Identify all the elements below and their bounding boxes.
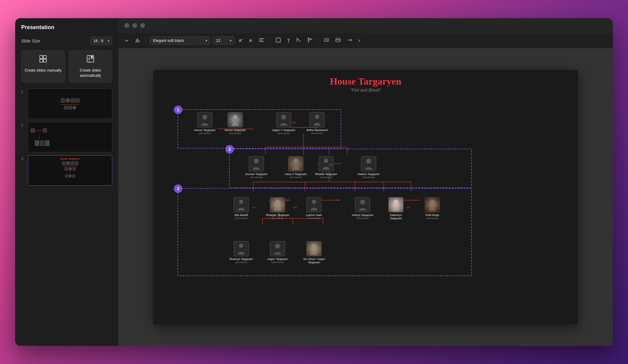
person-status-rhaegar: (deceased) bbox=[272, 217, 284, 220]
svg-point-52 bbox=[233, 115, 237, 119]
person-name-rhaegar: Rhaegar Targaryen bbox=[266, 214, 289, 217]
svg-rect-1 bbox=[43, 56, 46, 59]
person-status-viserys: (deceased) bbox=[356, 217, 369, 220]
layers-button[interactable] bbox=[322, 36, 331, 45]
slide-main-title: House Targaryen bbox=[275, 76, 457, 87]
person-name-duncan: Duncan Targaryen bbox=[245, 173, 267, 176]
svg-point-59 bbox=[239, 200, 243, 204]
person-status-aerys: (deceased) bbox=[290, 176, 302, 179]
window-maximize-btn[interactable] bbox=[140, 23, 145, 28]
person-avatar-aegon-child bbox=[270, 241, 285, 256]
slide-size-wrapper: 16 : 9 4 : 3 A4 bbox=[90, 37, 112, 45]
create-auto-button[interactable]: Create slides automatically bbox=[69, 50, 112, 83]
svg-rect-16 bbox=[325, 38, 329, 41]
svg-point-66 bbox=[275, 244, 280, 248]
person-aerys: Aerys II Targaryen (deceased) bbox=[284, 156, 308, 179]
person-avatar-daeron bbox=[361, 156, 376, 171]
sidebar: Presentation Slide Size 16 : 9 4 : 3 A4 bbox=[15, 18, 118, 346]
font-size-select[interactable]: 12 14 16 18 24 32 bbox=[213, 36, 235, 45]
svg-point-56 bbox=[294, 159, 298, 163]
cut-button[interactable]: ✂ bbox=[123, 37, 130, 44]
image-icon bbox=[335, 37, 341, 44]
create-manually-label: Create slides manually bbox=[25, 68, 61, 73]
slide-thumb-3[interactable]: House Targaryen bbox=[28, 155, 112, 186]
svg-marker-13 bbox=[308, 38, 312, 40]
person-avatar-lyanna bbox=[306, 197, 322, 212]
more-button[interactable]: › bbox=[356, 36, 362, 45]
person-status-aemon: (deceased) bbox=[199, 132, 211, 135]
align-right-button[interactable] bbox=[345, 36, 354, 45]
main-area: ✂ Elegant soft black Arial Georgia bbox=[118, 18, 613, 346]
person-viserys: Viserys Targaryen (deceased) bbox=[350, 197, 375, 220]
slide-number-2: 2 bbox=[21, 123, 25, 127]
font-select[interactable]: Elegant soft black Arial Georgia bbox=[150, 36, 210, 45]
slide-title-area: House Targaryen "Fire and Blood" bbox=[275, 76, 457, 93]
person-drogo: Khal Drogo (deceased) bbox=[420, 197, 444, 220]
equals-elia-rhaegar: ═ bbox=[252, 205, 255, 210]
sidebar-title: Presentation bbox=[21, 24, 112, 31]
text-button[interactable]: T bbox=[285, 37, 292, 45]
create-buttons: Create slides manually Create slides aut… bbox=[21, 50, 112, 83]
person-lyanna: Lyanna Stark (deceased) bbox=[302, 197, 326, 220]
window-close-btn[interactable] bbox=[124, 23, 129, 28]
person-avatar-elia bbox=[234, 197, 249, 212]
person-aemon2: Aemon Targaryen (deceased) bbox=[223, 112, 247, 135]
separator-2 bbox=[270, 37, 270, 44]
svg-line-20 bbox=[338, 39, 339, 40]
person-avatar-rhaegar bbox=[270, 197, 285, 212]
paint-button[interactable] bbox=[133, 36, 142, 45]
svg-point-8 bbox=[138, 40, 140, 42]
rect-button[interactable] bbox=[274, 36, 283, 45]
person-name-aemon: Aemon Targaryen bbox=[194, 129, 216, 132]
paint-icon bbox=[135, 37, 140, 44]
svg-text:═: ═ bbox=[337, 197, 340, 202]
person-avatar-jon bbox=[306, 241, 322, 256]
corner-button[interactable] bbox=[294, 36, 303, 45]
selection-badge-2: 2 bbox=[225, 145, 234, 153]
font-shrink-button[interactable]: A- bbox=[247, 37, 255, 44]
person-status-drogo: (deceased) bbox=[426, 217, 438, 220]
person-avatar-rhaenys-child bbox=[234, 241, 249, 256]
svg-rect-2 bbox=[40, 59, 43, 62]
flag-button[interactable] bbox=[306, 36, 314, 45]
person-name-aemon2: Aemon Targaryen bbox=[225, 129, 246, 132]
separator-1 bbox=[146, 37, 146, 44]
slides-list: 1 bbox=[21, 89, 112, 340]
person-duncan: Duncan Targaryen (deceased) bbox=[244, 156, 268, 179]
person-name-aegon5: Aegon V Targaryen bbox=[272, 129, 295, 132]
window-minimize-btn[interactable] bbox=[132, 23, 137, 28]
font-grow-button[interactable]: A+ bbox=[237, 37, 245, 44]
person-name-jon: Jon Snow / Aegon Targaryen bbox=[302, 258, 326, 264]
person-status-betha: (deceased) bbox=[311, 132, 323, 135]
svg-rect-15 bbox=[324, 39, 328, 42]
separator-3 bbox=[318, 37, 318, 44]
align-button[interactable] bbox=[257, 37, 266, 44]
svg-point-51 bbox=[202, 115, 207, 120]
person-daeron: Daeron Targaryen (deceased) bbox=[356, 156, 381, 179]
slide-canvas: House Targaryen "Fire and Blood" bbox=[153, 70, 578, 325]
image-button[interactable] bbox=[333, 36, 343, 45]
selection-badge-3: 3 bbox=[174, 184, 182, 193]
person-avatar-aegon5 bbox=[276, 112, 291, 127]
toolbar: ✂ Elegant soft black Arial Georgia bbox=[118, 33, 613, 49]
create-manually-button[interactable]: Create slides manually bbox=[21, 50, 65, 83]
person-status-aemon2: (deceased) bbox=[229, 132, 241, 135]
person-status-daeron: (deceased) bbox=[363, 176, 375, 179]
person-name-elia: Elia Martell bbox=[235, 214, 248, 217]
person-name-lyanna: Lyanna Stark bbox=[306, 214, 322, 217]
svg-rect-0 bbox=[40, 56, 43, 59]
slide-thumb-2[interactable] bbox=[28, 122, 112, 152]
person-avatar-aerys bbox=[288, 156, 303, 171]
corner-icon bbox=[296, 37, 302, 44]
svg-point-57 bbox=[324, 159, 328, 163]
svg-point-54 bbox=[315, 115, 319, 119]
person-rhaella: Rhaella Targaryen (deceased) bbox=[314, 156, 338, 179]
slide-size-select[interactable]: 16 : 9 4 : 3 A4 bbox=[90, 37, 112, 45]
svg-point-61 bbox=[312, 200, 316, 204]
slide-thumb-1[interactable] bbox=[28, 89, 112, 119]
svg-point-53 bbox=[281, 115, 286, 120]
svg-point-67 bbox=[312, 244, 316, 248]
slide-number-1: 1 bbox=[21, 90, 25, 94]
person-elia: Elia Martell (deceased) bbox=[229, 197, 253, 220]
person-status-rhaenys-child: (deceased) bbox=[235, 261, 247, 264]
